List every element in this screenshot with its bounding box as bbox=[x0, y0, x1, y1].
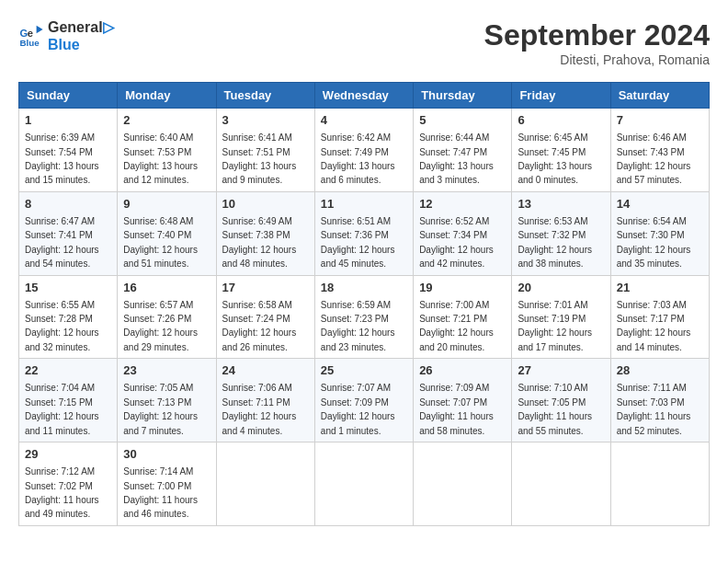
calendar-day-26: 26Sunrise: 7:09 AMSunset: 7:07 PMDayligh… bbox=[414, 359, 512, 442]
calendar-week-row: 8Sunrise: 6:47 AMSunset: 7:41 PMDaylight… bbox=[19, 191, 710, 275]
calendar-day-2: 2Sunrise: 6:40 AMSunset: 7:53 PMDaylight… bbox=[118, 109, 216, 192]
calendar-day-5: 5Sunrise: 6:44 AMSunset: 7:47 PMDaylight… bbox=[414, 109, 512, 192]
logo-icon: G e Blue bbox=[18, 23, 44, 49]
logo-blue: Blue bbox=[48, 36, 114, 53]
weekday-header-tuesday: Tuesday bbox=[216, 83, 314, 109]
calendar-day-empty bbox=[512, 442, 610, 526]
calendar-day-24: 24Sunrise: 7:06 AMSunset: 7:11 PMDayligh… bbox=[216, 359, 314, 442]
calendar-day-25: 25Sunrise: 7:07 AMSunset: 7:09 PMDayligh… bbox=[314, 359, 413, 442]
calendar-day-23: 23Sunrise: 7:05 AMSunset: 7:13 PMDayligh… bbox=[118, 359, 216, 442]
calendar-table: SundayMondayTuesdayWednesdayThursdayFrid… bbox=[18, 82, 710, 526]
weekday-header-row: SundayMondayTuesdayWednesdayThursdayFrid… bbox=[19, 83, 710, 109]
calendar-week-row: 22Sunrise: 7:04 AMSunset: 7:15 PMDayligh… bbox=[19, 359, 710, 442]
calendar-day-27: 27Sunrise: 7:10 AMSunset: 7:05 PMDayligh… bbox=[512, 359, 610, 442]
logo-general: General▷ bbox=[48, 18, 114, 36]
calendar-week-row: 15Sunrise: 6:55 AMSunset: 7:28 PMDayligh… bbox=[19, 275, 710, 359]
calendar-day-9: 9Sunrise: 6:48 AMSunset: 7:40 PMDaylight… bbox=[118, 191, 216, 275]
calendar-day-21: 21Sunrise: 7:03 AMSunset: 7:17 PMDayligh… bbox=[610, 275, 709, 359]
page-header: G e Blue General▷ Blue September 2024 Di… bbox=[18, 18, 710, 67]
calendar-day-empty bbox=[216, 442, 314, 526]
svg-marker-2 bbox=[37, 26, 43, 33]
calendar-day-14: 14Sunrise: 6:54 AMSunset: 7:30 PMDayligh… bbox=[610, 191, 709, 275]
calendar-day-empty bbox=[610, 442, 709, 526]
calendar-day-20: 20Sunrise: 7:01 AMSunset: 7:19 PMDayligh… bbox=[512, 275, 610, 359]
calendar-day-17: 17Sunrise: 6:58 AMSunset: 7:24 PMDayligh… bbox=[216, 275, 314, 359]
calendar-day-19: 19Sunrise: 7:00 AMSunset: 7:21 PMDayligh… bbox=[414, 275, 512, 359]
calendar-day-15: 15Sunrise: 6:55 AMSunset: 7:28 PMDayligh… bbox=[19, 275, 118, 359]
weekday-header-monday: Monday bbox=[118, 83, 216, 109]
weekday-header-saturday: Saturday bbox=[610, 83, 709, 109]
calendar-day-29: 29Sunrise: 7:12 AMSunset: 7:02 PMDayligh… bbox=[19, 442, 118, 526]
weekday-header-thursday: Thursday bbox=[414, 83, 512, 109]
calendar-day-18: 18Sunrise: 6:59 AMSunset: 7:23 PMDayligh… bbox=[314, 275, 413, 359]
calendar-day-1: 1Sunrise: 6:39 AMSunset: 7:54 PMDaylight… bbox=[19, 109, 118, 192]
calendar-day-6: 6Sunrise: 6:45 AMSunset: 7:45 PMDaylight… bbox=[512, 109, 610, 192]
calendar-day-30: 30Sunrise: 7:14 AMSunset: 7:00 PMDayligh… bbox=[118, 442, 216, 526]
calendar-week-row: 1Sunrise: 6:39 AMSunset: 7:54 PMDaylight… bbox=[19, 109, 710, 192]
calendar-day-13: 13Sunrise: 6:53 AMSunset: 7:32 PMDayligh… bbox=[512, 191, 610, 275]
calendar-day-empty bbox=[314, 442, 413, 526]
calendar-day-22: 22Sunrise: 7:04 AMSunset: 7:15 PMDayligh… bbox=[19, 359, 118, 442]
calendar-day-11: 11Sunrise: 6:51 AMSunset: 7:36 PMDayligh… bbox=[314, 191, 413, 275]
calendar-day-12: 12Sunrise: 6:52 AMSunset: 7:34 PMDayligh… bbox=[414, 191, 512, 275]
calendar-week-row: 29Sunrise: 7:12 AMSunset: 7:02 PMDayligh… bbox=[19, 442, 710, 526]
location-title: Ditesti, Prahova, Romania bbox=[484, 52, 710, 67]
calendar-day-3: 3Sunrise: 6:41 AMSunset: 7:51 PMDaylight… bbox=[216, 109, 314, 192]
weekday-header-sunday: Sunday bbox=[19, 83, 118, 109]
calendar-day-7: 7Sunrise: 6:46 AMSunset: 7:43 PMDaylight… bbox=[610, 109, 709, 192]
calendar-day-4: 4Sunrise: 6:42 AMSunset: 7:49 PMDaylight… bbox=[314, 109, 413, 192]
svg-text:Blue: Blue bbox=[19, 38, 40, 48]
calendar-day-empty bbox=[414, 442, 512, 526]
weekday-header-friday: Friday bbox=[512, 83, 610, 109]
title-block: September 2024 Ditesti, Prahova, Romania bbox=[484, 18, 710, 67]
calendar-day-10: 10Sunrise: 6:49 AMSunset: 7:38 PMDayligh… bbox=[216, 191, 314, 275]
calendar-day-28: 28Sunrise: 7:11 AMSunset: 7:03 PMDayligh… bbox=[610, 359, 709, 442]
logo: G e Blue General▷ Blue bbox=[18, 18, 114, 53]
weekday-header-wednesday: Wednesday bbox=[314, 83, 413, 109]
calendar-day-8: 8Sunrise: 6:47 AMSunset: 7:41 PMDaylight… bbox=[19, 191, 118, 275]
month-year-title: September 2024 bbox=[484, 18, 710, 52]
calendar-day-16: 16Sunrise: 6:57 AMSunset: 7:26 PMDayligh… bbox=[118, 275, 216, 359]
